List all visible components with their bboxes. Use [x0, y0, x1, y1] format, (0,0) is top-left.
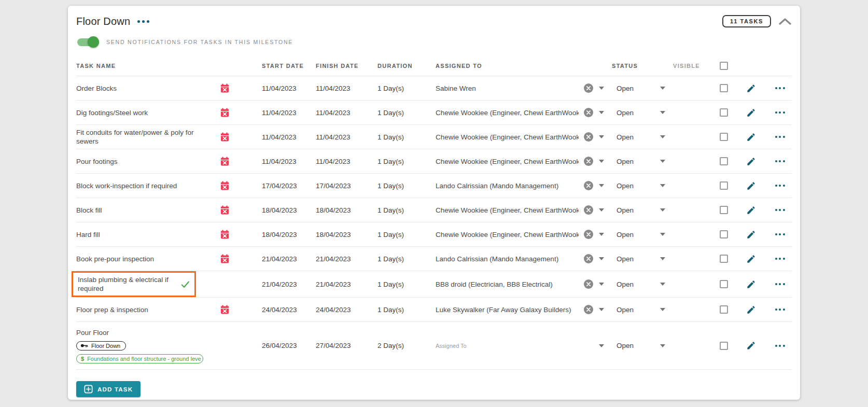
task-name-cell[interactable]: Dig footings/Steel work: [76, 108, 220, 117]
start-date[interactable]: 11/04/2023: [262, 158, 316, 165]
start-date[interactable]: 21/04/2023: [262, 280, 316, 288]
task-name-cell[interactable]: Pour footings: [76, 157, 220, 166]
row-menu-button[interactable]: [767, 136, 792, 138]
calendar-x-icon[interactable]: [220, 305, 229, 315]
assignee-dropdown-icon[interactable]: [598, 344, 605, 348]
task-name-cell[interactable]: Block work-inspection if required: [76, 181, 220, 190]
task-name-cell[interactable]: Fit conduits for water/power & poly for …: [76, 128, 220, 146]
task-name-cell[interactable]: Inslab plumbing & electrical if required: [76, 271, 220, 297]
start-date[interactable]: 11/04/2023: [262, 109, 316, 117]
start-date[interactable]: 18/04/2023: [262, 206, 316, 214]
edit-task-button[interactable]: [734, 83, 767, 93]
start-date[interactable]: 11/04/2023: [262, 133, 316, 141]
assignee-dropdown-icon[interactable]: [598, 184, 605, 188]
row-menu-button[interactable]: [767, 87, 792, 89]
remove-assignee-icon[interactable]: [583, 254, 594, 264]
task-name-cell[interactable]: Book pre-pour inspection: [76, 255, 220, 263]
start-date[interactable]: 21/04/2023: [262, 255, 316, 263]
remove-assignee-icon[interactable]: [583, 205, 594, 215]
remove-assignee-icon[interactable]: [583, 107, 594, 118]
remove-assignee-icon[interactable]: [583, 279, 594, 289]
assignee-dropdown-icon[interactable]: [598, 208, 605, 212]
status-dropdown[interactable]: Open: [612, 109, 673, 117]
edit-task-button[interactable]: [734, 305, 767, 315]
calendar-x-icon[interactable]: [220, 181, 229, 191]
finish-date[interactable]: 24/04/2023: [316, 306, 377, 314]
finish-date[interactable]: 27/04/2023: [316, 342, 377, 349]
row-checkbox[interactable]: [720, 133, 728, 141]
row-menu-button[interactable]: [767, 345, 792, 347]
milestone-menu-button[interactable]: [137, 20, 149, 23]
row-checkbox[interactable]: [720, 342, 728, 350]
finish-date[interactable]: 18/04/2023: [316, 231, 377, 238]
assignee-dropdown-icon[interactable]: [598, 135, 605, 139]
task-name-cell[interactable]: Block fill: [76, 206, 220, 215]
edit-task-button[interactable]: [734, 230, 767, 240]
edit-task-button[interactable]: [734, 205, 767, 215]
row-menu-button[interactable]: [767, 160, 792, 162]
row-checkbox[interactable]: [720, 230, 728, 238]
status-dropdown[interactable]: Open: [612, 85, 673, 92]
row-checkbox[interactable]: [720, 181, 728, 190]
start-date[interactable]: 17/04/2023: [262, 182, 316, 190]
edit-task-button[interactable]: [734, 341, 767, 350]
finish-date[interactable]: 11/04/2023: [316, 109, 377, 117]
remove-assignee-icon[interactable]: [583, 132, 594, 142]
calendar-x-icon[interactable]: [220, 132, 229, 142]
remove-assignee-icon[interactable]: [583, 304, 594, 315]
row-checkbox[interactable]: [720, 255, 728, 263]
status-dropdown[interactable]: Open: [612, 280, 673, 288]
remove-assignee-icon[interactable]: [583, 83, 594, 93]
status-dropdown[interactable]: Open: [612, 231, 673, 238]
finish-date[interactable]: 18/04/2023: [316, 206, 377, 214]
status-dropdown[interactable]: Open: [612, 306, 673, 314]
edit-task-button[interactable]: [734, 157, 767, 166]
assignee-dropdown-icon[interactable]: [598, 307, 605, 312]
remove-assignee-icon[interactable]: [583, 156, 594, 166]
calendar-x-icon[interactable]: [220, 254, 229, 264]
edit-task-button[interactable]: [734, 108, 767, 118]
start-date[interactable]: 11/04/2023: [262, 85, 316, 92]
row-checkbox[interactable]: [720, 157, 728, 165]
status-dropdown[interactable]: Open: [612, 255, 673, 263]
finish-date[interactable]: 17/04/2023: [316, 182, 377, 190]
assignee-dropdown-icon[interactable]: [598, 257, 605, 261]
edit-task-button[interactable]: [734, 132, 767, 142]
status-dropdown[interactable]: Open: [612, 342, 673, 349]
add-task-button[interactable]: ADD TASK: [76, 381, 141, 397]
row-checkbox[interactable]: [720, 108, 728, 117]
start-date[interactable]: 18/04/2023: [262, 231, 316, 238]
finish-date[interactable]: 11/04/2023: [316, 158, 377, 165]
row-menu-button[interactable]: [767, 209, 792, 211]
row-checkbox[interactable]: [720, 280, 728, 288]
task-name-cell[interactable]: Pour Floor Floor Down $ Foundations and …: [76, 328, 220, 363]
calendar-x-icon[interactable]: [220, 205, 229, 215]
start-date[interactable]: 26/04/2023: [262, 342, 316, 349]
assignee-dropdown-icon[interactable]: [598, 159, 605, 163]
assignee-dropdown-icon[interactable]: [598, 86, 605, 90]
remove-assignee-icon[interactable]: [583, 229, 594, 240]
edit-task-button[interactable]: [734, 254, 767, 264]
row-checkbox[interactable]: [720, 84, 728, 92]
row-menu-button[interactable]: [767, 233, 792, 235]
select-all-checkbox[interactable]: [720, 62, 728, 70]
task-name-cell[interactable]: Hard fill: [76, 230, 220, 239]
finish-date[interactable]: 11/04/2023: [316, 85, 377, 92]
row-menu-button[interactable]: [767, 258, 792, 260]
row-menu-button[interactable]: [767, 308, 792, 311]
row-checkbox[interactable]: [720, 206, 728, 214]
start-date[interactable]: 24/04/2023: [262, 306, 316, 314]
notifications-toggle[interactable]: [76, 36, 99, 48]
status-dropdown[interactable]: Open: [612, 158, 673, 165]
task-name-cell[interactable]: Floor prep & inspection: [76, 305, 220, 314]
assigned-placeholder[interactable]: Assigned To: [436, 343, 594, 349]
assignee-dropdown-icon[interactable]: [598, 232, 605, 236]
edit-task-button[interactable]: [734, 279, 767, 289]
calendar-x-icon[interactable]: [220, 230, 229, 240]
edit-task-button[interactable]: [734, 181, 767, 191]
finish-date[interactable]: 21/04/2023: [316, 280, 377, 288]
finish-date[interactable]: 11/04/2023: [316, 133, 377, 141]
calendar-x-icon[interactable]: [220, 157, 229, 166]
row-menu-button[interactable]: [767, 111, 792, 114]
assignee-dropdown-icon[interactable]: [598, 282, 605, 286]
